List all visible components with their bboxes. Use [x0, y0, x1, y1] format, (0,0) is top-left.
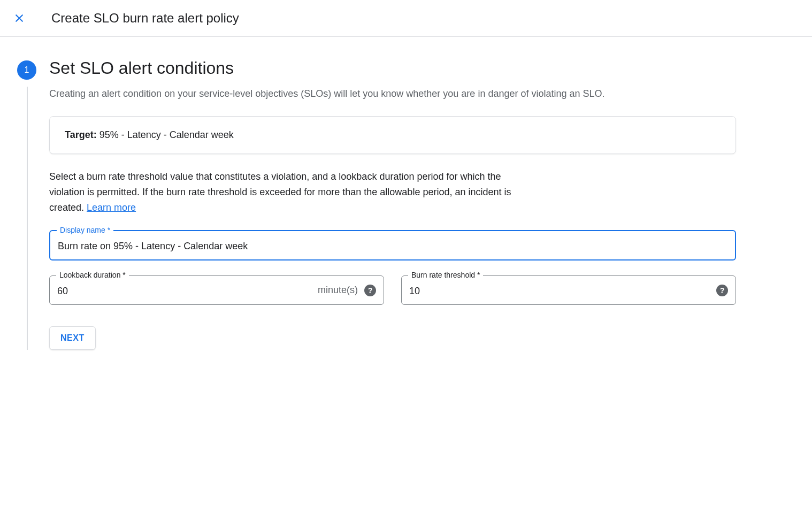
step-title: Set SLO alert conditions	[49, 58, 736, 78]
step-row: 1 Set SLO alert conditions Creating an a…	[17, 58, 736, 350]
threshold-input[interactable]	[402, 276, 716, 304]
lookback-suffix: minute(s)	[318, 285, 358, 296]
target-card: Target: 95% - Latency - Calendar week	[49, 116, 736, 154]
help-icon[interactable]: ?	[716, 285, 728, 296]
learn-more-link[interactable]: Learn more	[87, 202, 136, 213]
threshold-field[interactable]: Burn rate threshold * ?	[401, 275, 736, 305]
target-label: Target:	[65, 129, 97, 140]
step-content: Set SLO alert conditions Creating an ale…	[49, 58, 736, 350]
close-icon	[14, 13, 25, 24]
close-button[interactable]	[13, 12, 26, 25]
lookback-label: Lookback duration *	[56, 271, 129, 279]
target-value: 95% - Latency - Calendar week	[97, 129, 234, 140]
page-header: Create SLO burn rate alert policy	[0, 0, 812, 37]
lookback-input[interactable]	[50, 276, 318, 304]
step-number-badge: 1	[17, 60, 36, 80]
next-button[interactable]: NEXT	[49, 326, 96, 350]
display-name-label: Display name *	[57, 226, 113, 234]
page-title: Create SLO burn rate alert policy	[51, 11, 239, 26]
step-body: Creating an alert condition on your serv…	[27, 87, 736, 350]
step-description: Creating an alert condition on your serv…	[49, 87, 736, 101]
display-name-field[interactable]: Display name *	[49, 230, 736, 260]
lookback-field[interactable]: Lookback duration * minute(s) ?	[49, 275, 384, 305]
display-name-input[interactable]	[50, 231, 735, 259]
help-icon[interactable]: ?	[364, 285, 376, 296]
threshold-label: Burn rate threshold *	[408, 271, 483, 279]
instruction-text: Select a burn rate threshold value that …	[49, 169, 531, 215]
field-row: Lookback duration * minute(s) ? Burn rat…	[49, 275, 736, 305]
main-content: 1 Set SLO alert conditions Creating an a…	[0, 37, 749, 371]
